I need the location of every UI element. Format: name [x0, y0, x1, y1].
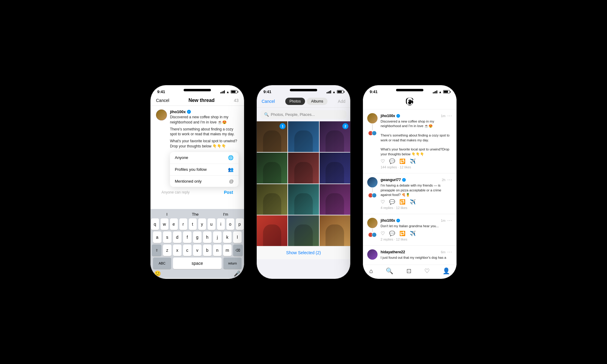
key-return[interactable]: return: [223, 258, 242, 269]
post-text-2[interactable]: There's something about finding a cozy s…: [170, 127, 239, 137]
share-icon-3[interactable]: ✈️: [410, 231, 416, 236]
repost-icon-1[interactable]: 🔁: [399, 158, 405, 164]
key-i[interactable]: i: [217, 218, 225, 230]
key-n[interactable]: n: [213, 244, 222, 256]
reply-dropdown: Anyone 🌐 Profiles you follow 👥 Mentioned…: [170, 152, 239, 187]
post-3-username[interactable]: jiho100x: [381, 218, 395, 223]
key-l[interactable]: l: [233, 231, 242, 243]
key-f[interactable]: f: [183, 231, 192, 243]
picker-tabs: Photos Albums: [279, 98, 334, 105]
key-d[interactable]: d: [173, 231, 181, 243]
key-p[interactable]: p: [236, 218, 244, 230]
key-j[interactable]: j: [213, 231, 222, 243]
key-o[interactable]: o: [226, 218, 234, 230]
post-button[interactable]: Post: [224, 190, 233, 195]
key-u[interactable]: u: [208, 218, 215, 230]
suggestion-2[interactable]: The: [192, 212, 198, 217]
key-t[interactable]: t: [189, 218, 197, 230]
search-input[interactable]: [271, 112, 343, 117]
verified-badge-1: ✓: [187, 110, 191, 114]
status-time-1: 9:41: [157, 89, 165, 94]
repost-icon-3[interactable]: 🔁: [399, 231, 405, 236]
post-1-username[interactable]: jiho100x: [381, 114, 395, 118]
photo-cell-4[interactable]: [257, 153, 287, 183]
photo-cell-12[interactable]: [320, 215, 350, 246]
key-x[interactable]: x: [173, 244, 181, 256]
nav-heart-icon[interactable]: ♡: [424, 267, 430, 275]
key-e[interactable]: e: [170, 218, 178, 230]
post-2-more-icon[interactable]: ···: [447, 177, 452, 183]
post-text-1[interactable]: Discovered a new coffee shop in my neigh…: [170, 115, 239, 125]
reply-option-following[interactable]: Profiles you follow 👥: [170, 164, 239, 176]
reply-option-anyone[interactable]: Anyone 🌐: [170, 152, 239, 164]
photo-cell-6[interactable]: [320, 153, 350, 183]
like-icon-3[interactable]: ♡: [381, 231, 385, 236]
key-shift[interactable]: ⇧: [152, 244, 161, 256]
post-2-text: I'm having a debate with my friends — is…: [381, 183, 452, 197]
repost-icon-2[interactable]: 🔁: [399, 199, 405, 205]
photo-cell-11[interactable]: [288, 215, 319, 246]
phone1-content: Cancel New thread 43 jiho100x ✓ Discover…: [151, 95, 244, 278]
key-h[interactable]: h: [203, 231, 212, 243]
key-v[interactable]: v: [193, 244, 202, 256]
comment-icon-1[interactable]: 💬: [389, 158, 395, 164]
reply-option-mentioned[interactable]: Mentioned only @: [170, 176, 239, 187]
reply-option-mentioned-label: Mentioned only: [175, 179, 202, 184]
key-a[interactable]: a: [153, 231, 161, 243]
post-1-more-icon[interactable]: ···: [447, 113, 452, 119]
nav-profile-icon[interactable]: 👤: [443, 267, 450, 275]
comment-icon-2[interactable]: 💬: [389, 199, 395, 205]
key-q[interactable]: q: [151, 218, 159, 230]
share-icon-2[interactable]: ✈️: [410, 199, 416, 205]
status-icons-2: ▲: [327, 90, 344, 94]
cancel-button[interactable]: Cancel: [156, 98, 169, 103]
share-icon-1[interactable]: ✈️: [410, 158, 416, 164]
emoji-icon[interactable]: 🙂: [154, 270, 161, 277]
suggestion-1[interactable]: I: [166, 212, 168, 217]
post-4-username[interactable]: hidayathere22: [381, 250, 405, 254]
post-4-more-icon[interactable]: ···: [447, 249, 452, 255]
photo-cell-10[interactable]: [257, 215, 287, 246]
key-r[interactable]: r: [179, 218, 187, 230]
tab-photos[interactable]: Photos: [285, 98, 305, 105]
battery-fill-2: [337, 91, 342, 93]
key-abc[interactable]: ABC: [153, 258, 171, 269]
key-s[interactable]: s: [163, 231, 171, 243]
show-selected-button[interactable]: Show Selected (2): [286, 250, 321, 255]
nav-home-icon[interactable]: ⌂: [369, 268, 373, 275]
suggestion-3[interactable]: I'm: [223, 212, 228, 217]
like-icon-1[interactable]: ♡: [381, 158, 385, 164]
add-button[interactable]: Add: [338, 99, 345, 104]
feed-scroll: jiho100x ✓ 1m ··· Discovered a new coffe…: [363, 110, 456, 265]
key-g[interactable]: g: [193, 231, 202, 243]
photo-cell-2[interactable]: [288, 121, 319, 152]
key-c[interactable]: c: [183, 244, 192, 256]
key-k[interactable]: k: [223, 231, 232, 243]
post-text-3[interactable]: What's your favorite local spot to unwin…: [170, 139, 239, 149]
key-y[interactable]: y: [198, 218, 206, 230]
photo-cell-1[interactable]: 1: [257, 121, 287, 152]
key-space[interactable]: space: [173, 258, 222, 269]
photo-cell-8[interactable]: [288, 184, 319, 215]
tab-albums[interactable]: Albums: [307, 98, 327, 105]
post-2-content: gwangurl77 ✓ 2h ··· I'm having a debate …: [381, 177, 452, 210]
post-username-1: jiho100x: [170, 110, 186, 114]
photo-cell-5[interactable]: [288, 153, 319, 183]
nav-search-icon[interactable]: 🔍: [386, 267, 393, 275]
thread-header: Cancel New thread 43: [151, 95, 244, 106]
like-icon-2[interactable]: ♡: [381, 199, 385, 205]
key-b[interactable]: b: [203, 244, 212, 256]
key-z[interactable]: z: [163, 244, 171, 256]
post-2-username[interactable]: gwangurl77: [381, 178, 401, 182]
picker-cancel-button[interactable]: Cancel: [262, 99, 275, 104]
post-3-more-icon[interactable]: ···: [447, 218, 452, 223]
photo-cell-7[interactable]: [257, 184, 287, 215]
photo-cell-9[interactable]: [320, 184, 350, 215]
key-m[interactable]: m: [223, 244, 232, 256]
mic-icon[interactable]: 🎤: [234, 270, 240, 277]
photo-cell-3[interactable]: 2: [320, 121, 350, 152]
nav-compose-icon[interactable]: ⊡: [406, 267, 412, 275]
key-backspace[interactable]: ⌫: [233, 244, 243, 256]
key-w[interactable]: w: [161, 218, 168, 230]
comment-icon-3[interactable]: 💬: [389, 231, 395, 236]
